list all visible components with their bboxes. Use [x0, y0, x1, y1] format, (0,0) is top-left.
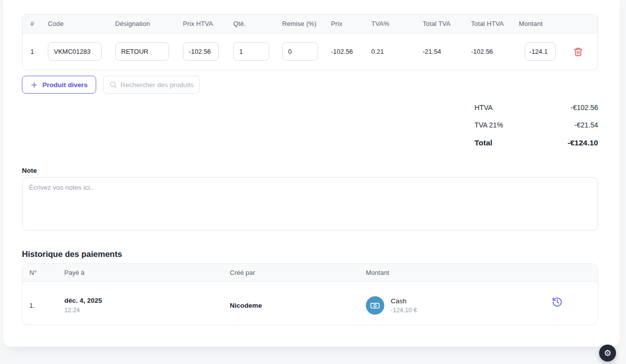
col-header-prix: Prix — [331, 20, 371, 27]
col-header-montant: Montant — [519, 20, 598, 27]
actions-row: Produit divers — [22, 76, 200, 94]
totals-total-row: Total -€124.10 — [474, 134, 598, 152]
payment-paid-at: déc. 4, 2025 12:24 — [64, 296, 230, 315]
plus-icon — [30, 81, 38, 89]
totals-total-value: -€124.10 — [568, 138, 598, 147]
totals-htva-label: HTVA — [474, 104, 492, 112]
prix-htva-input[interactable] — [183, 42, 219, 61]
col-header-remise: Remise (%) — [282, 20, 331, 27]
payment-method-text: Cash -124,10 € — [391, 296, 417, 315]
col-header-total-tva: Total TVA — [423, 20, 471, 27]
line-number: 1 — [30, 48, 48, 55]
pay-col-paid-at: Payé à — [64, 269, 230, 276]
gear-icon: ⚙ — [604, 349, 611, 358]
payment-history-button[interactable] — [550, 295, 565, 310]
invoice-card: # Code Désignation Prix HTVA Qté. Remise… — [2, 0, 621, 347]
prix-value: -102.56 — [331, 48, 371, 55]
totals-htva-value: -€102.56 — [571, 104, 598, 112]
payment-row: 1. déc. 4, 2025 12:24 Nicodeme Cash -124… — [22, 282, 598, 325]
pay-col-amount: Montant — [366, 269, 598, 276]
note-textarea[interactable] — [22, 177, 598, 231]
pay-col-num: N° — [29, 269, 64, 276]
trash-icon — [573, 47, 583, 57]
settings-fab[interactable]: ⚙ — [599, 345, 616, 362]
product-search-box — [103, 76, 200, 94]
code-input[interactable] — [48, 42, 102, 61]
payments-header: N° Payé à Créé par Montant — [22, 264, 598, 282]
total-htva-value: -102.56 — [471, 48, 519, 55]
col-header-total-htva: Total HTVA — [471, 20, 519, 27]
col-header-designation: Désignation — [115, 20, 183, 27]
totals-tva-label: TVA 21% — [474, 121, 503, 129]
totals-total-label: Total — [474, 138, 492, 147]
montant-input[interactable] — [525, 42, 556, 61]
payments-table: N° Payé à Créé par Montant 1. déc. 4, 20… — [22, 263, 598, 325]
col-header-qte: Qté. — [233, 20, 282, 27]
payments-title: Historique des paiements — [22, 249, 122, 259]
payment-number: 1. — [29, 302, 64, 309]
totals-summary: HTVA -€102.56 TVA 21% -€21.54 Total -€12… — [474, 99, 598, 152]
col-header-tva-pct: TVA% — [371, 20, 423, 27]
payment-amount: -124,10 € — [391, 306, 417, 315]
note-label: Note — [22, 167, 37, 174]
col-header-prix-htva: Prix HTVA — [183, 20, 233, 27]
tva-pct-value: 0.21 — [371, 48, 423, 55]
history-icon — [552, 297, 563, 308]
payment-date: déc. 4, 2025 — [64, 296, 230, 306]
add-product-label: Produit divers — [42, 81, 88, 89]
line-items-header: # Code Désignation Prix HTVA Qté. Remise… — [22, 14, 598, 33]
line-items-table: # Code Désignation Prix HTVA Qté. Remise… — [22, 14, 598, 70]
pay-col-created-by: Créé par — [230, 269, 366, 276]
search-icon — [109, 81, 117, 89]
qte-input[interactable] — [233, 42, 269, 61]
totals-tva-value: -€21.54 — [575, 121, 598, 129]
col-header-code: Code — [48, 20, 115, 27]
payment-method-name: Cash — [391, 296, 417, 306]
total-tva-value: -21.54 — [423, 48, 471, 55]
payment-time: 12:24 — [64, 306, 230, 315]
payment-created-by: Nicodeme — [230, 302, 366, 309]
col-header-num: # — [30, 20, 48, 27]
designation-input[interactable] — [115, 42, 169, 61]
totals-tva-row: TVA 21% -€21.54 — [474, 117, 598, 134]
banknote-icon — [366, 296, 384, 315]
line-item-row: 1 -102.56 0.21 -21.54 -102.56 — [22, 33, 598, 70]
delete-row-button[interactable] — [571, 45, 585, 59]
totals-htva-row: HTVA -€102.56 — [474, 99, 598, 117]
remise-input[interactable] — [282, 42, 318, 61]
add-product-button[interactable]: Produit divers — [22, 76, 96, 94]
product-search-input[interactable] — [121, 81, 194, 89]
